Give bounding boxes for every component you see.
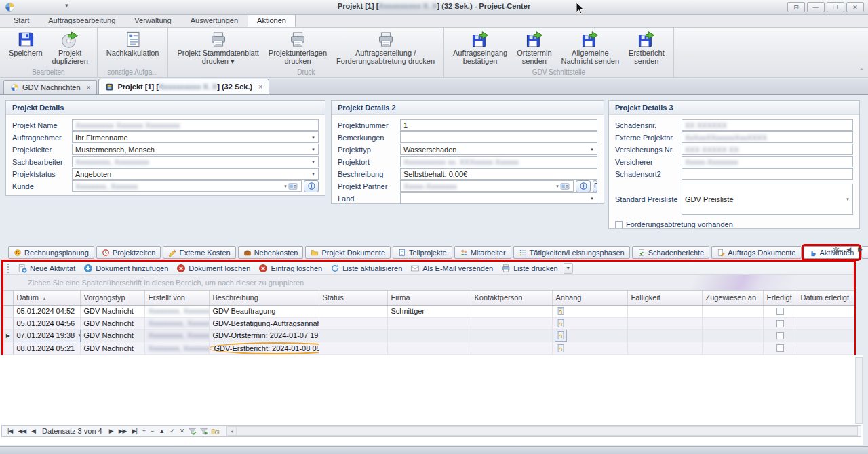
doc-tab-gdv-nachrichten[interactable]: GDV Nachrichten ×	[3, 80, 97, 94]
ribbon-button[interactable]: Auftragserteilung / Forderungsabtretung …	[332, 30, 439, 66]
ribbon-button[interactable]: Auftragseingang bestätigen	[448, 30, 512, 66]
toolbar-button-eintrag-löschen[interactable]: Eintrag löschen	[254, 262, 326, 274]
text-input[interactable]: Xxxxx-Xxxxxxxx	[682, 156, 853, 167]
column-header-datum[interactable]: Datum▲	[13, 291, 80, 305]
tab-teilprojekte[interactable]: Teilprojekte	[393, 246, 452, 259]
chevron-down-icon[interactable]: ▼	[553, 184, 559, 188]
grid-cell-datum[interactable]: 05.01.2024 04:52	[13, 305, 80, 317]
tab-mitarbeiter[interactable]: Mitarbeiter	[454, 246, 511, 259]
close-icon[interactable]: ×	[87, 84, 91, 91]
ribbon-button[interactable]: Projektunterlagen drucken	[264, 30, 332, 66]
grid-cell-datum_erledigt[interactable]	[797, 317, 854, 329]
column-header-kontaktperson[interactable]: Kontaktperson	[471, 291, 552, 305]
attachment-icon[interactable]	[556, 318, 566, 328]
tab-tätigkeiten-leistungsphasen[interactable]: Tätigkeiten/Leistungsphasen	[513, 246, 630, 259]
nav-button[interactable]: ◀◀	[15, 428, 28, 434]
ribbon-collapse-icon[interactable]: ⌃	[859, 68, 864, 75]
grid-cell-kontaktperson[interactable]	[471, 329, 552, 342]
grid-cell-status[interactable]	[319, 305, 387, 317]
toolbar-button-liste-drucken[interactable]: Liste drucken	[497, 262, 561, 274]
nav-button[interactable]: ✕	[177, 428, 187, 434]
grid-cell-vorgangstyp[interactable]: GDV Nachricht	[80, 305, 144, 317]
grid-cell-zugewiesen_an[interactable]	[702, 342, 763, 354]
ribbon-button[interactable]: Projekt Stammdatenblatt drucken ▾	[172, 30, 263, 66]
grid-cell-erledigt[interactable]	[763, 317, 797, 329]
grid-cell-kontaktperson[interactable]	[471, 342, 552, 354]
grid-cell-erledigt[interactable]	[763, 342, 797, 354]
grid-cell-anhang[interactable]	[552, 317, 627, 329]
horizontal-scrollbar[interactable]: ◂	[226, 426, 858, 436]
ribbon-button[interactable]: Speichern	[4, 30, 47, 58]
toolbar-button-dokument-hinzufügen[interactable]: Dokument hinzufügen	[79, 262, 172, 274]
grid-cell-datum_erledigt[interactable]	[797, 342, 854, 354]
add-button[interactable]	[576, 180, 591, 192]
chevron-down-icon[interactable]: ▼	[309, 136, 315, 140]
nav-button[interactable]: ▶|	[129, 428, 139, 434]
column-header-vorgangstyp[interactable]: Vorgangstyp	[80, 291, 144, 305]
forderungsabtretung-checkbox[interactable]	[615, 221, 623, 228]
grid-cell-beschreibung[interactable]: GDV-Erstbericht: 2024-01-08 05:21:1	[209, 342, 319, 354]
table-row[interactable]: 05.01.2024 04:56GDV NachrichtXxxxxxxxx, …	[3, 317, 854, 329]
nav-button[interactable]: ✓	[167, 428, 177, 434]
text-input[interactable]: XX XXXXXX	[682, 119, 853, 131]
chevron-down-icon[interactable]: ▼	[587, 148, 594, 152]
chevron-down-icon[interactable]: ▼	[587, 197, 594, 201]
restore-button[interactable]: ❐	[827, 2, 844, 12]
minimize-button[interactable]: —	[807, 2, 825, 12]
grid-cell-erstellt_von[interactable]: Xxxxxxxx, Xxxxxxxx	[144, 305, 209, 317]
grid-cell-firma[interactable]	[387, 329, 471, 342]
grid-cell-firma[interactable]: Schnittger	[387, 305, 471, 317]
table-row[interactable]: 08.01.2024 05:21GDV NachrichtXxxxxxxx, X…	[3, 342, 854, 354]
scroll-right-icon[interactable]: ▶	[858, 246, 863, 253]
grid-cell-beschreibung[interactable]: GDV-Bestätigung-Auftragsannahme:	[209, 317, 319, 329]
column-header-datum_erledigt[interactable]: Datum erledigt	[797, 291, 854, 305]
add-button[interactable]	[304, 180, 319, 192]
nav-button[interactable]: ▶	[106, 428, 116, 434]
grid-cell-beschreibung[interactable]: GDV-Ortstermin: 2024-01-07 19:38:0	[209, 329, 319, 342]
text-input[interactable]: Xxxxxxxxxxx xx. XXXxxxxx Xxxxxx	[400, 156, 597, 167]
table-row[interactable]: ▶07.01.2024 19:38▼GDV NachrichtXxxxxxxxx…	[3, 329, 854, 342]
tabstrip-settings[interactable]	[831, 246, 841, 255]
column-header-firma[interactable]: Firma	[387, 291, 471, 305]
attachment-icon[interactable]	[556, 331, 566, 340]
column-header-zugewiesen_an[interactable]: Zugewiesen an	[702, 291, 763, 305]
toolbar-button-liste-aktualisieren[interactable]: Liste aktualisieren	[326, 262, 406, 274]
grid-cell-erledigt[interactable]	[763, 329, 797, 342]
funnel-check-icon[interactable]	[188, 427, 197, 436]
nav-button[interactable]: ▲	[156, 428, 167, 434]
ribbon-tab-verwaltung[interactable]: Verwaltung	[125, 14, 180, 27]
nav-button[interactable]: |◀	[5, 428, 15, 434]
grid-cell-status[interactable]	[319, 317, 387, 329]
vertical-scrollbar[interactable]	[855, 357, 863, 424]
erledigt-checkbox[interactable]	[776, 332, 784, 339]
combo-input[interactable]: Wasserschaden▼	[400, 144, 597, 155]
text-input[interactable]: XXX XXXXX XX	[682, 144, 853, 155]
ribbon-button[interactable]: Ortstermin senden	[512, 30, 556, 66]
grid-cell-erstellt_von[interactable]: Xxxxxxxxx, Xxxxxxxxx	[144, 317, 209, 329]
grid-cell-kontaktperson[interactable]	[471, 317, 552, 329]
close-button[interactable]: ✕	[846, 2, 864, 12]
combo-input[interactable]: Xxxxxxxxx, Xxxxxxxxx▼	[72, 156, 319, 167]
grid-cell-beschreibung[interactable]: GDV-Beauftragung	[209, 305, 319, 317]
folder-clock-icon[interactable]	[211, 427, 220, 436]
column-header-erledigt[interactable]: Erledigt	[763, 291, 797, 305]
toolbar-grip[interactable]	[7, 264, 11, 273]
grid-cell-status[interactable]	[319, 342, 387, 354]
grid-cell-datum_erledigt[interactable]	[797, 329, 854, 342]
combo-input[interactable]: Mustermensch, Mensch▼	[72, 144, 319, 155]
grid-cell-datum[interactable]: 07.01.2024 19:38▼	[13, 329, 80, 342]
column-header-faelligkeit[interactable]: Fälligkeit	[627, 291, 702, 305]
grid-cell-erstellt_von[interactable]: Xxxxxxxx, Xxxxxxxx	[144, 342, 209, 354]
erledigt-checkbox[interactable]	[776, 344, 784, 352]
combo-input[interactable]: Ihr Firmenname▼	[72, 131, 319, 143]
tab-auftrags-dokumente[interactable]: Auftrags Dokumente	[711, 246, 801, 259]
toolbar-overflow-caret[interactable]: ▼	[564, 263, 573, 274]
grid-cell-kontaktperson[interactable]	[471, 305, 552, 317]
grid-cell-datum_erledigt[interactable]	[797, 305, 854, 317]
grid-cell-vorgangstyp[interactable]: GDV Nachricht	[80, 342, 144, 354]
ribbon-tab-aktionen[interactable]: Aktionen	[248, 14, 296, 27]
combo-input[interactable]: Xxxxxxxx, Xxxxxxx▼	[72, 180, 302, 192]
text-input[interactable]: 1	[400, 119, 597, 131]
grid-cell-firma[interactable]	[387, 317, 471, 329]
text-input[interactable]: XxXxxXXxxxxxXxxXXXX	[682, 131, 853, 143]
